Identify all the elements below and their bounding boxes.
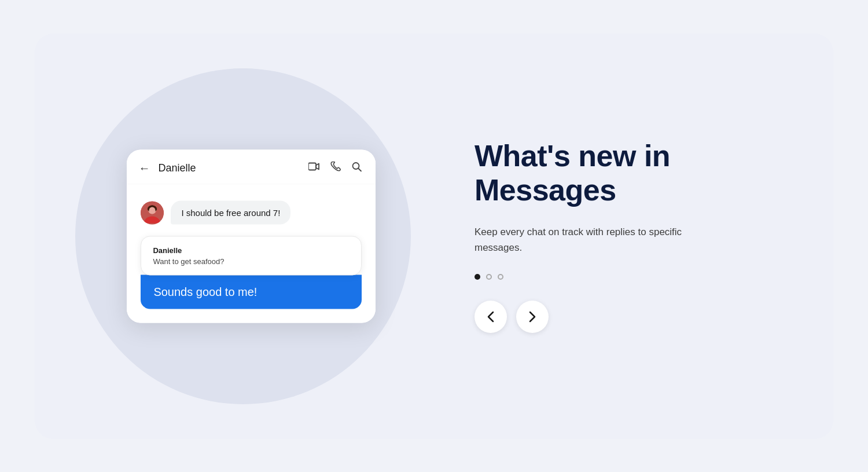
svg-rect-0 [308, 163, 316, 170]
dot-1[interactable] [475, 274, 480, 280]
svg-point-6 [149, 207, 156, 214]
next-button[interactable] [516, 301, 549, 333]
reply-text: Want to get seafood? [153, 257, 350, 265]
phone-header: ← Danielle [127, 149, 376, 184]
search-icon[interactable] [351, 161, 362, 174]
received-message-row: I should be free around 7! [141, 200, 362, 224]
reply-message-group: Danielle Want to get seafood? Sounds goo… [141, 236, 362, 309]
phone-mockup: ← Danielle [127, 149, 376, 323]
headline: What's new in Messages [475, 139, 787, 208]
svg-line-2 [359, 169, 362, 171]
description: Keep every chat on track with replies to… [475, 224, 683, 255]
sent-message-bubble: Sounds good to me! [141, 275, 362, 309]
back-arrow-icon[interactable]: ← [138, 161, 150, 174]
header-icons [308, 161, 362, 174]
feature-card: ← Danielle [35, 34, 833, 439]
phone-call-icon[interactable] [330, 161, 341, 174]
indicator-dots [475, 274, 787, 280]
contact-name: Danielle [158, 162, 308, 174]
left-section: ← Danielle [35, 34, 451, 439]
video-call-icon[interactable] [308, 162, 320, 174]
received-message-bubble: I should be free around 7! [171, 200, 290, 224]
avatar [141, 201, 164, 224]
dot-2[interactable] [486, 274, 492, 280]
svg-point-1 [353, 163, 359, 169]
phone-body: I should be free around 7! Danielle Want… [127, 184, 376, 323]
dot-3[interactable] [498, 274, 503, 280]
reply-author: Danielle [153, 246, 350, 254]
prev-button[interactable] [475, 301, 507, 333]
right-section: What's new in Messages Keep every chat o… [451, 104, 833, 368]
reply-card: Danielle Want to get seafood? [141, 236, 362, 275]
nav-buttons [475, 301, 787, 333]
